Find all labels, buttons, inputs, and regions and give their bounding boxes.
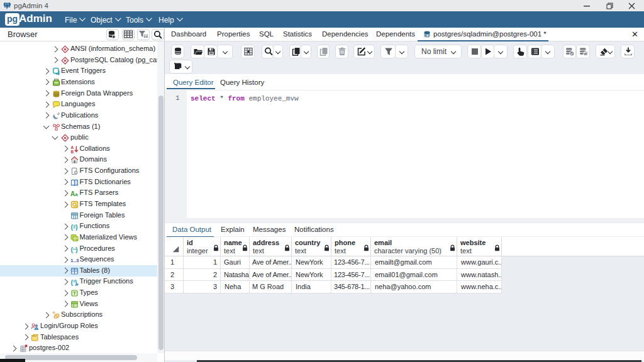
svg-text:(: ( [71, 278, 74, 286]
svg-text:(: ( [71, 223, 74, 231]
svg-text:B: B [71, 149, 74, 153]
svg-text:a: a [75, 192, 78, 197]
svg-text:1..3: 1..3 [70, 258, 79, 263]
svg-text:): ) [75, 223, 78, 231]
svg-text:(: ( [71, 245, 74, 253]
svg-text:A: A [70, 190, 75, 197]
